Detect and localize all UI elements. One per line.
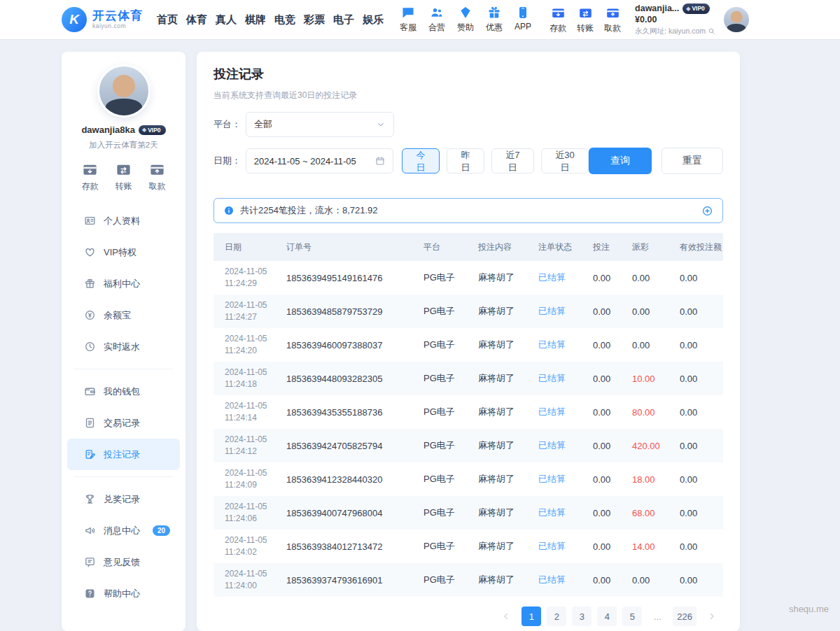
- user-block[interactable]: dawanjia... ◆VIP0 ¥0.00 永久网址: kaiyun.com: [635, 3, 715, 36]
- bet-date: 2024-11-0511:24:02: [214, 534, 286, 558]
- sidebar-item-11[interactable]: 意见反馈: [67, 546, 180, 578]
- sidebar-item-12[interactable]: 帮助中心: [67, 578, 180, 609]
- table-row: 2024-11-0511:24:091853639412328440320PG电…: [214, 462, 723, 496]
- quick-action-card-transfer[interactable]: 转账: [115, 162, 132, 192]
- bet-date: 2024-11-0511:24:27: [214, 299, 286, 323]
- bet-amount: 0.00: [593, 306, 632, 317]
- range-button-1[interactable]: 今日: [402, 148, 440, 173]
- pen-icon: [84, 448, 96, 460]
- expand-plus-icon[interactable]: [701, 205, 713, 217]
- payout-amount: 0.00: [632, 340, 680, 350]
- sidebar-item-2[interactable]: VIP特权: [67, 236, 180, 268]
- help-icon: [84, 588, 96, 600]
- sidebar-item-6[interactable]: 我的钱包: [67, 376, 180, 407]
- table-row: 2024-11-0511:24:001853639374793616901PG电…: [214, 563, 723, 597]
- date-range-input[interactable]: 2024-11-05 ~ 2024-11-05: [246, 148, 393, 173]
- bet-status: 已结算: [538, 406, 593, 418]
- nav-link-1[interactable]: 首页: [157, 13, 178, 27]
- nav-link-5[interactable]: 电竞: [274, 13, 295, 27]
- page-3[interactable]: 3: [572, 607, 592, 626]
- table-row: 2024-11-0511:24:141853639435355188736PG电…: [214, 395, 723, 429]
- menu-divider: [74, 369, 173, 369]
- sidebar-item-9[interactable]: 兑奖记录: [67, 483, 180, 515]
- bet-amount: 0.00: [593, 575, 632, 586]
- range-button-3[interactable]: 近7日: [491, 148, 534, 173]
- platform-select[interactable]: 全部: [246, 112, 394, 137]
- page-subtitle: 当前系统支持查询最近30日的投注记录: [214, 90, 723, 101]
- order-number: 1853639384012713472: [286, 541, 424, 552]
- navbar-menu-item[interactable]: 合营: [427, 6, 447, 34]
- gift-icon: [487, 6, 501, 20]
- coin-icon: [84, 309, 96, 321]
- pagination-ellipsis: ...: [648, 607, 667, 626]
- page-title: 投注记录: [214, 66, 723, 83]
- page-2[interactable]: 2: [547, 607, 566, 626]
- navbar-wallet-item[interactable]: 转账: [575, 6, 595, 34]
- nav-link-7[interactable]: 电子: [333, 13, 354, 27]
- navbar-menu-item[interactable]: 赞助: [456, 6, 475, 34]
- navbar-menu-item[interactable]: 客服: [398, 6, 418, 34]
- table-row: 2024-11-0511:24:021853639384012713472PG电…: [214, 530, 723, 563]
- quick-action-card-withdraw[interactable]: 取款: [149, 162, 166, 192]
- nav-link-2[interactable]: 体育: [186, 13, 207, 27]
- pagination-next[interactable]: [702, 607, 722, 626]
- sidebar-item-8[interactable]: 投注记录: [67, 439, 180, 470]
- logo-title: 开云体育: [92, 10, 143, 23]
- nav-link-4[interactable]: 棋牌: [245, 13, 266, 27]
- page-226[interactable]: 226: [673, 607, 696, 626]
- nav-link-3[interactable]: 真人: [216, 13, 237, 27]
- bet-date: 2024-11-0511:24:12: [214, 434, 286, 458]
- wallet-icon: [84, 385, 96, 397]
- user-avatar[interactable]: [724, 7, 749, 32]
- navbar-menu-item[interactable]: 优惠: [484, 6, 504, 34]
- sidebar-item-4[interactable]: 余额宝: [67, 299, 180, 331]
- logo[interactable]: K 开云体育 kaiyun.com: [62, 7, 143, 32]
- summary-bar: 共计2254笔投注，流水：8,721.92: [214, 198, 723, 223]
- vip-icon: [84, 246, 96, 258]
- nav-link-8[interactable]: 娱乐: [363, 13, 384, 27]
- table-row: 2024-11-0511:24:181853639448093282305PG电…: [214, 362, 723, 395]
- sidebar-item-7[interactable]: 交易记录: [67, 407, 180, 439]
- order-number: 1853639374793616901: [286, 575, 424, 586]
- sidebar-item-3[interactable]: 福利中心: [67, 268, 180, 299]
- reset-button[interactable]: 重置: [662, 148, 723, 174]
- search-button[interactable]: 查询: [589, 148, 652, 174]
- profile-avatar[interactable]: [97, 64, 150, 118]
- trophy-icon: [84, 493, 96, 505]
- order-number: 1853639495149161476: [286, 273, 424, 283]
- range-button-4[interactable]: 近30日: [541, 148, 589, 173]
- platform: PG电子: [424, 439, 478, 452]
- page-4[interactable]: 4: [597, 607, 617, 626]
- page-1[interactable]: 1: [522, 607, 541, 626]
- bet-content: 麻将胡了: [478, 439, 538, 452]
- card-withdraw-icon: [149, 162, 165, 178]
- bet-content: 麻将胡了: [478, 473, 538, 485]
- navbar-menu-label: 合营: [428, 22, 445, 34]
- navbar-menu-item[interactable]: APP: [513, 6, 533, 34]
- column-header: 投注: [593, 241, 632, 253]
- sidebar-item-label: 余额宝: [104, 309, 131, 322]
- bet-status: 已结算: [538, 339, 593, 351]
- page-5[interactable]: 5: [622, 607, 642, 626]
- bet-content: 麻将胡了: [478, 506, 538, 519]
- search-icon[interactable]: [708, 27, 715, 35]
- table-body: 2024-11-0511:24:291853639495149161476PG电…: [214, 261, 723, 597]
- payout-amount: 80.00: [632, 407, 680, 418]
- pagination-prev[interactable]: [496, 607, 516, 626]
- sidebar-item-5[interactable]: 实时返水: [67, 331, 180, 362]
- bet-status: 已结算: [538, 574, 593, 586]
- date-filter-row: 日期： 2024-11-05 ~ 2024-11-05 今日昨日近7日近30日 …: [214, 148, 723, 174]
- valid-bet-amount: 0.00: [680, 508, 723, 518]
- navbar-wallet-item[interactable]: 存款: [548, 6, 568, 34]
- vip-icon: ◆: [142, 127, 146, 133]
- nav-link-6[interactable]: 彩票: [304, 13, 325, 27]
- feedback-icon: [84, 556, 96, 568]
- quick-action-card-deposit[interactable]: 存款: [82, 162, 99, 192]
- sidebar-item-1[interactable]: 个人资料: [67, 205, 180, 236]
- range-button-2[interactable]: 昨日: [447, 148, 484, 173]
- navbar-wallet-label: 存款: [550, 22, 566, 34]
- sidebar-quick-actions: 存款转账取款: [62, 162, 186, 192]
- sidebar-item-10[interactable]: 消息中心20: [67, 515, 180, 546]
- navbar-wallet-item[interactable]: 取款: [603, 6, 622, 34]
- sidebar: dawanjia8ka ◆VIP0 加入开云体育第2天 存款转账取款 个人资料V…: [62, 52, 186, 631]
